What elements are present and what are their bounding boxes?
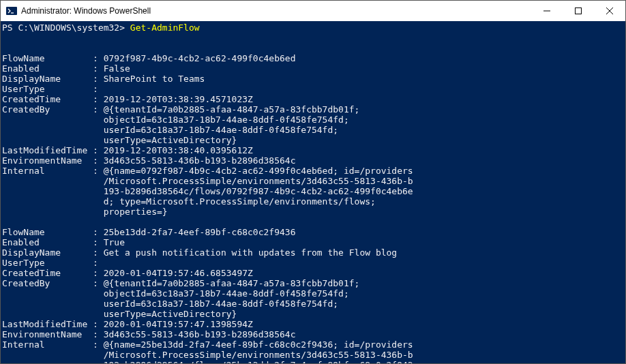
output-line: userType=ActiveDirectory} bbox=[2, 135, 237, 145]
powershell-icon bbox=[6, 5, 17, 16]
output-line: 193-b2896d38564c/flows/0792f987-4b9c-4cb… bbox=[2, 186, 413, 196]
output-line: CreatedBy : @{tenantId=7a0b2885-afaa-484… bbox=[2, 104, 359, 115]
output-line: EnvironmentName : 3d463c55-5813-436b-b19… bbox=[2, 155, 295, 166]
powershell-window: Administrator: Windows PowerShell PS C:\… bbox=[0, 0, 626, 364]
output-line: /Microsoft.ProcessSimple/environments/3d… bbox=[2, 350, 413, 360]
output-line: EnvironmentName : 3d463c55-5813-436b-b19… bbox=[2, 329, 295, 339]
output-line: 193-b2896d38564c/flows/25be13dd-2fa7-4ee… bbox=[2, 360, 413, 363]
output-line: Internal : @{name=25be13dd-2fa7-4eef-89b… bbox=[2, 339, 413, 350]
minimize-button[interactable] bbox=[531, 1, 563, 21]
output-line: LastModifiedTime : 2019-12-20T03:38:40.0… bbox=[2, 145, 253, 155]
output-line: LastModifiedTime : 2020-01-04T19:57:47.1… bbox=[2, 319, 253, 329]
output-line: objectId=63c18a37-18b7-44ae-8ddf-0f458fe… bbox=[2, 115, 349, 125]
output-line: Enabled : False bbox=[2, 63, 130, 74]
prompt-path: PS C:\WINDOWS\system32> bbox=[2, 22, 130, 33]
svg-rect-3 bbox=[576, 8, 582, 14]
output-line: CreatedBy : @{tenantId=7a0b2885-afaa-484… bbox=[2, 278, 359, 288]
output-line: FlowName : 0792f987-4b9c-4cb2-ac62-499f0… bbox=[2, 53, 295, 63]
output-line: DisplayName : Get a push notification wi… bbox=[2, 247, 397, 258]
output-line: CreatedTime : 2019-12-20T03:38:39.457102… bbox=[2, 94, 253, 104]
output-line: UserType : bbox=[2, 258, 104, 268]
close-button[interactable] bbox=[594, 1, 625, 21]
output-line: Internal : @{name=0792f987-4b9c-4cb2-ac6… bbox=[2, 166, 413, 176]
output-line: userType=ActiveDirectory} bbox=[2, 309, 237, 319]
output-line: properties=} bbox=[2, 207, 168, 217]
output-line: CreatedTime : 2020-01-04T19:57:46.685349… bbox=[2, 268, 253, 278]
output-line: Enabled : True bbox=[2, 237, 125, 247]
output-line: userId=63c18a37-18b7-44ae-8ddf-0f458fe75… bbox=[2, 125, 338, 135]
output-line: /Microsoft.ProcessSimple/environments/3d… bbox=[2, 176, 413, 186]
terminal-output[interactable]: PS C:\WINDOWS\system32> Get-AdminFlow Fl… bbox=[1, 21, 625, 363]
window-title: Administrator: Windows PowerShell bbox=[21, 6, 531, 16]
output-line: userId=63c18a37-18b7-44ae-8ddf-0f458fe75… bbox=[2, 299, 338, 309]
output-line: DisplayName : SharePoint to Teams bbox=[2, 74, 205, 84]
output-line: UserType : bbox=[2, 84, 104, 94]
titlebar[interactable]: Administrator: Windows PowerShell bbox=[1, 1, 625, 21]
svg-rect-0 bbox=[6, 7, 17, 15]
output-line: objectId=63c18a37-18b7-44ae-8ddf-0f458fe… bbox=[2, 288, 349, 299]
maximize-button[interactable] bbox=[563, 1, 594, 21]
output-line: FlowName : 25be13dd-2fa7-4eef-89bf-c68c0… bbox=[2, 227, 295, 237]
window-controls bbox=[531, 1, 625, 21]
prompt-command: Get-AdminFlow bbox=[130, 22, 200, 33]
output-line: d; type=Microsoft.ProcessSimple/environm… bbox=[2, 196, 376, 207]
